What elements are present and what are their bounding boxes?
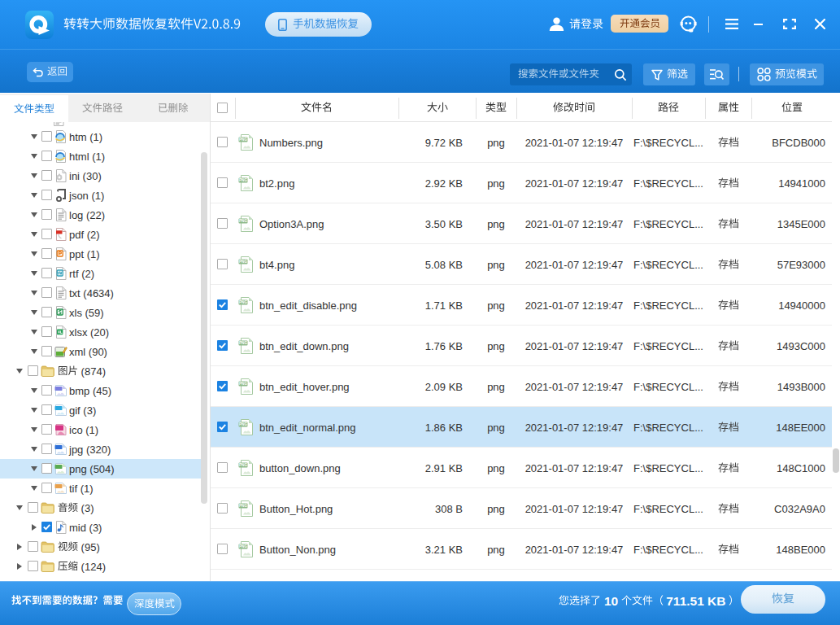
- svg-text:PNG: PNG: [239, 544, 247, 549]
- svg-text:PNG: PNG: [239, 463, 247, 467]
- svg-text:PNG: PNG: [239, 422, 247, 426]
- svg-text:PNG: PNG: [239, 138, 247, 142]
- svg-text:PNG: PNG: [239, 219, 247, 223]
- svg-text:PNG: PNG: [239, 341, 247, 345]
- svg-text:PNG: PNG: [239, 300, 247, 304]
- svg-text:PNG: PNG: [239, 504, 247, 508]
- svg-text:PNG: PNG: [239, 260, 247, 264]
- svg-text:PNG: PNG: [239, 178, 247, 182]
- svg-text:PNG: PNG: [239, 382, 247, 386]
